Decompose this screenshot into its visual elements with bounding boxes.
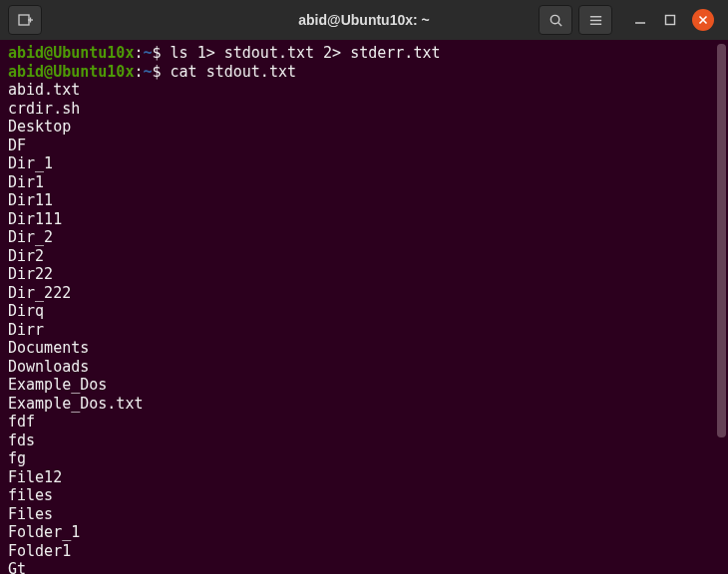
svg-rect-9 bbox=[666, 16, 675, 25]
output-line: fds bbox=[8, 431, 720, 450]
scrollbar-thumb[interactable] bbox=[717, 44, 726, 437]
hamburger-icon bbox=[588, 13, 603, 28]
output-line: Dir2 bbox=[8, 247, 720, 266]
close-icon bbox=[698, 15, 708, 25]
new-tab-icon bbox=[17, 12, 33, 28]
output-line: Dirq bbox=[8, 302, 720, 321]
output-line: Dir_222 bbox=[8, 284, 720, 303]
titlebar-right bbox=[539, 5, 720, 35]
close-button[interactable] bbox=[692, 9, 714, 31]
prompt-line: abid@Ubuntu10x:~$ cat stdout.txt bbox=[8, 63, 720, 82]
prompt-user-host: abid@Ubuntu10x bbox=[8, 44, 134, 62]
prompt-path: ~ bbox=[143, 44, 152, 62]
maximize-button[interactable] bbox=[662, 12, 678, 28]
terminal-body[interactable]: abid@Ubuntu10x:~$ ls 1> stdout.txt 2> st… bbox=[0, 40, 728, 574]
output-line: Dir11 bbox=[8, 191, 720, 210]
svg-point-3 bbox=[550, 15, 558, 23]
output-line: Folder1 bbox=[8, 542, 720, 561]
output-line: Files bbox=[8, 505, 720, 524]
output-line: Dir111 bbox=[8, 210, 720, 229]
maximize-icon bbox=[664, 14, 676, 26]
search-button[interactable] bbox=[539, 5, 572, 35]
window-controls bbox=[632, 9, 714, 31]
output-line: Dirr bbox=[8, 321, 720, 340]
output-line: Folder_1 bbox=[8, 523, 720, 542]
output-line: fdf bbox=[8, 413, 720, 431]
output-line: File12 bbox=[8, 468, 720, 487]
svg-rect-0 bbox=[19, 15, 29, 25]
output-line: Dir_1 bbox=[8, 154, 720, 173]
minimize-button[interactable] bbox=[632, 12, 648, 28]
new-tab-button[interactable] bbox=[8, 5, 42, 35]
output-line: Example_Dos bbox=[8, 376, 720, 395]
output-line: Dir22 bbox=[8, 265, 720, 284]
prompt-command: ls 1> stdout.txt 2> stderr.txt bbox=[171, 44, 441, 62]
output-line: fg bbox=[8, 449, 720, 468]
output-line: DF bbox=[8, 137, 720, 155]
output-line: Desktop bbox=[8, 118, 720, 137]
minimize-icon bbox=[634, 14, 646, 26]
menu-button[interactable] bbox=[578, 5, 612, 35]
svg-line-4 bbox=[557, 22, 560, 25]
prompt-path: ~ bbox=[143, 63, 152, 81]
search-icon bbox=[548, 13, 563, 28]
prompt-line: abid@Ubuntu10x:~$ ls 1> stdout.txt 2> st… bbox=[8, 44, 720, 63]
prompt-command: cat stdout.txt bbox=[171, 63, 296, 81]
output-line: Documents bbox=[8, 339, 720, 358]
output-line: crdir.sh bbox=[8, 100, 720, 119]
scrollbar[interactable] bbox=[717, 44, 726, 552]
titlebar-left bbox=[8, 5, 42, 35]
output-line: Example_Dos.txt bbox=[8, 395, 720, 414]
output-line: Dir_2 bbox=[8, 228, 720, 247]
prompt-user-host: abid@Ubuntu10x bbox=[8, 63, 134, 81]
output-line: Downloads bbox=[8, 358, 720, 377]
output-line: files bbox=[8, 486, 720, 505]
titlebar: abid@Ubuntu10x: ~ bbox=[0, 0, 728, 40]
output-line: abid.txt bbox=[8, 81, 720, 100]
output-line: Dir1 bbox=[8, 173, 720, 192]
output-line: Gt bbox=[8, 560, 720, 574]
window-title: abid@Ubuntu10x: ~ bbox=[298, 12, 430, 28]
